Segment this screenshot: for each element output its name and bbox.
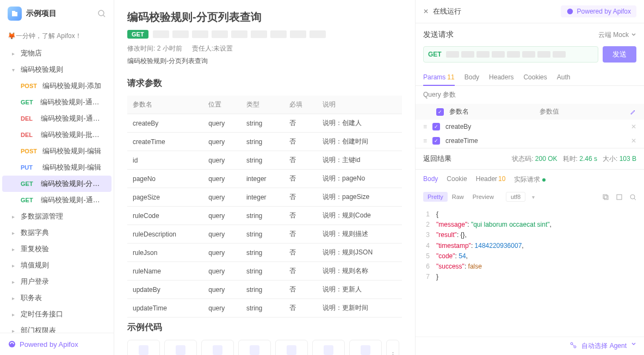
tree-item[interactable]: DEL编码校验规则-通过id...	[2, 110, 112, 127]
mock-select[interactable]: 云端 Mock	[598, 30, 636, 40]
tab-cookies[interactable]: Cookies	[523, 69, 547, 85]
request-tabs: Params11BodyHeadersCookiesAuth	[416, 69, 644, 86]
result-tab-实际请求[interactable]: 实际请求	[514, 175, 546, 184]
tree-group[interactable]: ▸数据字典	[2, 225, 112, 241]
encoding-select[interactable]: utf8	[506, 192, 525, 202]
tree-group[interactable]: ▸重复校验	[2, 241, 112, 257]
run-title: 在线运行	[433, 7, 556, 16]
svg-rect-6	[617, 195, 622, 200]
url-blur	[153, 30, 326, 38]
powered-badge[interactable]: Powered by Apifox	[561, 5, 636, 17]
chevron-down-icon	[631, 341, 636, 347]
tree-item[interactable]: GET编码校验规则-通过Co...	[2, 94, 112, 110]
lang-php[interactable]: PHP	[312, 340, 345, 355]
section-params-title: 请求参数	[127, 78, 402, 89]
tree-group[interactable]: ▸部门权限表	[2, 322, 112, 333]
delete-icon[interactable]: ✕	[631, 123, 636, 130]
query-row[interactable]: ≡✓createBy✕	[416, 120, 644, 134]
checkbox[interactable]: ✓	[432, 123, 440, 130]
footer-text: Powered by Apifox	[20, 340, 78, 348]
params-table: 参数名 位置 类型 必填 说明 createByquerystring否说明：创…	[127, 96, 402, 317]
table-row: createByquerystring否说明：创建人	[127, 114, 402, 133]
result-tab-Body[interactable]: Body	[423, 175, 438, 184]
view-pretty[interactable]: Pretty	[423, 192, 448, 202]
lang-shell[interactable]: Shell	[127, 340, 160, 355]
table-row: createTimequerystring否说明：创建时间	[127, 133, 402, 151]
section-code-title: 示例代码	[127, 322, 402, 333]
agent-select[interactable]: 自动选择 Agent	[581, 341, 627, 351]
table-row: ruleDescriptionquerystring否说明：规则描述	[127, 225, 402, 244]
tree-group[interactable]: ▸宠物店	[2, 45, 112, 61]
lang-javascript[interactable]: JavaScript	[164, 340, 197, 355]
check-all[interactable]: ✓	[436, 108, 444, 116]
svg-point-7	[630, 195, 635, 199]
agent-icon[interactable]	[569, 341, 577, 351]
result-tab-Cookie[interactable]: Cookie	[447, 175, 467, 184]
tree-item[interactable]: GET编码校验规则-通过id...	[2, 192, 112, 208]
tab-params[interactable]: Params11	[423, 69, 455, 85]
view-raw[interactable]: Raw	[448, 192, 468, 202]
method-label: GET	[428, 51, 442, 58]
table-row: pageSizequeryinteger否说明：pageSize	[127, 188, 402, 207]
expand-icon[interactable]	[616, 194, 623, 201]
tree-item[interactable]: GET编码校验规则-分页列...	[2, 176, 112, 192]
tab-auth[interactable]: Auth	[557, 69, 571, 85]
more-icon[interactable]: ⋮	[386, 340, 399, 355]
breadcrumb: 编码校验规则-分页列表查询	[127, 57, 402, 66]
svg-line-1	[103, 15, 105, 17]
result-tabs: BodyCookieHeader10实际请求	[416, 170, 644, 190]
page-title: 编码校验规则-分页列表查询	[127, 10, 402, 24]
lang-python[interactable]: Python	[349, 340, 382, 355]
svg-rect-5	[604, 196, 608, 200]
edit-icon[interactable]	[630, 109, 636, 115]
drag-handle-icon[interactable]: ≡	[423, 137, 427, 145]
tree-item[interactable]: DEL编码校验规则-批量删除	[2, 127, 112, 143]
tab-headers[interactable]: Headers	[489, 69, 513, 85]
sidebar: 示例项目 🦊一分钟，了解 Apifox！ ▸宠物店▾编码校验规则POST编码校验…	[0, 0, 114, 355]
view-preview[interactable]: Preview	[468, 192, 498, 202]
checkbox[interactable]: ✓	[432, 137, 440, 145]
copy-icon[interactable]	[602, 194, 609, 201]
query-row[interactable]: ≡✓createTime✕	[416, 134, 644, 148]
sidebar-tip[interactable]: 🦊一分钟，了解 Apifox！	[0, 27, 114, 45]
tree-item[interactable]: POST编码校验规则-编辑	[2, 143, 112, 159]
tree-group[interactable]: ▾编码校验规则	[2, 61, 112, 78]
tree-group[interactable]: ▸用户登录	[2, 273, 112, 290]
tree-group[interactable]: ▸定时任务接口	[2, 306, 112, 322]
query-section-label: Query 参数	[416, 86, 644, 104]
svg-rect-4	[603, 195, 607, 198]
lang-go[interactable]: Go	[275, 340, 308, 355]
apifox-icon	[566, 8, 574, 15]
delete-icon[interactable]: ✕	[631, 137, 636, 145]
svg-point-2	[9, 341, 15, 347]
send-title: 发送请求	[423, 30, 594, 40]
search-icon[interactable]	[629, 194, 636, 201]
tree-item[interactable]: PUT编码校验规则-编辑	[2, 159, 112, 176]
project-logo-icon	[8, 7, 22, 21]
svg-point-3	[567, 9, 573, 15]
response-body[interactable]: 1{2 "message": "qui laborum occaecat sin…	[416, 206, 644, 285]
lang-java[interactable]: Java	[201, 340, 234, 355]
sidebar-header: 示例项目	[0, 0, 114, 27]
sidebar-footer[interactable]: Powered by Apifox	[0, 333, 114, 355]
tree-item[interactable]: POST编码校验规则-添加	[2, 78, 112, 94]
main-content: 编码校验规则-分页列表查询 GET 修改时间: 2 小时前 责任人:未设置 编码…	[114, 0, 416, 355]
page-meta: 修改时间: 2 小时前 责任人:未设置	[127, 44, 402, 53]
drag-handle-icon[interactable]: ≡	[423, 123, 427, 130]
tab-body[interactable]: Body	[465, 69, 479, 85]
tree-group[interactable]: ▸职务表	[2, 290, 112, 306]
table-row: ruleJsonquerystring否说明：规则JSON	[127, 244, 402, 262]
send-button[interactable]: 发送	[603, 46, 636, 63]
lang-swift[interactable]: Swift	[238, 340, 271, 355]
tree-group[interactable]: ▸多数据源管理	[2, 208, 112, 225]
table-row: ruleNamequerystring否说明：规则名称	[127, 262, 402, 281]
close-icon[interactable]: ✕	[423, 8, 429, 15]
result-title: 返回结果	[423, 154, 451, 164]
table-row: pageNoqueryinteger否说明：pageNo	[127, 170, 402, 188]
search-icon[interactable]	[97, 9, 106, 18]
result-tab-Header[interactable]: Header10	[476, 175, 506, 184]
project-title[interactable]: 示例项目	[26, 9, 93, 18]
lang-list: ShellJavaScriptJavaSwiftGoPHPPython⋮	[127, 340, 402, 355]
url-input[interactable]: GET	[423, 46, 598, 63]
tree-group[interactable]: ▸填值规则	[2, 257, 112, 273]
